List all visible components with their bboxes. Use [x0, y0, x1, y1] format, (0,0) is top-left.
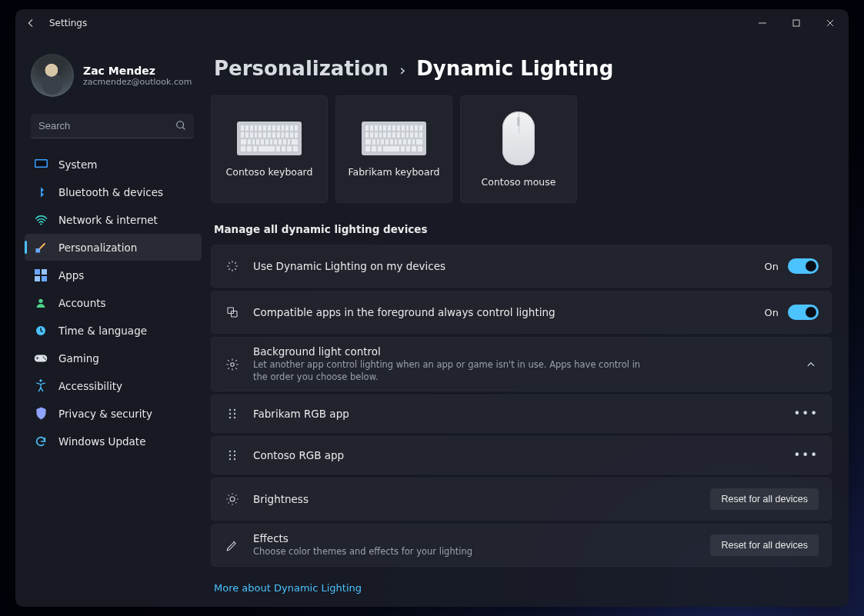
- settings-list: Use Dynamic Lighting on my devices On Co…: [211, 245, 841, 567]
- sidebar-item-gaming[interactable]: Gaming: [25, 345, 202, 371]
- user-name: Zac Mendez: [83, 65, 192, 77]
- toggle-state: On: [765, 261, 779, 272]
- more-icon[interactable]: •••: [793, 448, 819, 462]
- main-content: Personalization › Dynamic Lighting Conto…: [206, 37, 849, 607]
- svg-point-23: [229, 413, 231, 415]
- svg-point-17: [39, 379, 42, 381]
- row-effects[interactable]: Effects Choose color themes and effects …: [211, 524, 832, 567]
- sidebar-item-label: Windows Update: [58, 435, 145, 448]
- user-profile[interactable]: Zac Mendez zacmendez@outlook.com: [25, 43, 202, 109]
- section-title: Manage all dynamic lighting devices: [214, 223, 841, 235]
- more-about-link[interactable]: More about Dynamic Lighting: [214, 582, 362, 594]
- sidebar-item-accessibility[interactable]: Accessibility: [25, 372, 202, 399]
- brightness-icon: [224, 492, 241, 506]
- svg-point-27: [229, 451, 231, 452]
- svg-point-6: [40, 223, 42, 225]
- titlebar: Settings: [15, 9, 849, 37]
- wifi-icon: [34, 213, 48, 227]
- row-app-fabrikam[interactable]: Fabrikam RGB app •••: [211, 395, 832, 433]
- update-icon: [34, 435, 48, 448]
- svg-point-24: [234, 413, 235, 415]
- svg-point-28: [234, 451, 235, 452]
- sidebar-item-privacy-security[interactable]: Privacy & security: [25, 400, 202, 427]
- sidebar-item-personalization[interactable]: Personalization: [25, 234, 202, 261]
- mouse-icon: [502, 112, 535, 165]
- sidebar-item-label: Time & language: [58, 325, 147, 337]
- svg-point-25: [229, 417, 231, 418]
- nav-list: SystemBluetooth & devicesNetwork & inter…: [25, 151, 202, 455]
- svg-point-15: [43, 356, 45, 358]
- keyboard-icon: [362, 122, 426, 155]
- toggle-use-dl[interactable]: [788, 258, 819, 274]
- device-card-fabrikam-keyboard[interactable]: Fabrikam keyboard: [335, 95, 452, 203]
- breadcrumb-current: Dynamic Lighting: [416, 57, 613, 80]
- sidebar-item-time-language[interactable]: Time & language: [25, 317, 202, 344]
- app-title: Settings: [49, 18, 87, 28]
- sidebar-item-system[interactable]: System: [25, 151, 202, 178]
- minimize-button[interactable]: [746, 11, 779, 35]
- device-cards: Contoso keyboardFabrikam keyboardContoso…: [211, 95, 841, 203]
- toggle-compat[interactable]: [788, 305, 819, 320]
- svg-point-12: [38, 298, 42, 302]
- clock-icon: [34, 324, 48, 338]
- svg-rect-10: [35, 276, 40, 281]
- drag-handle-icon[interactable]: [224, 450, 241, 461]
- row-use-dynamic-lighting[interactable]: Use Dynamic Lighting on my devices On: [211, 245, 832, 288]
- drag-handle-icon[interactable]: [224, 408, 241, 419]
- sidebar-item-network-internet[interactable]: Network & internet: [25, 206, 202, 233]
- maximize-button[interactable]: [779, 11, 813, 35]
- toggle-state: On: [765, 307, 779, 318]
- search-input[interactable]: [31, 114, 194, 138]
- row-title: Background light control: [253, 345, 791, 358]
- svg-point-29: [229, 455, 231, 456]
- svg-point-21: [229, 409, 231, 411]
- device-card-contoso-keyboard[interactable]: Contoso keyboard: [211, 95, 328, 203]
- device-card-contoso-mouse[interactable]: Contoso mouse: [460, 95, 577, 203]
- svg-rect-9: [42, 269, 47, 275]
- sidebar-item-windows-update[interactable]: Windows Update: [25, 428, 202, 455]
- svg-rect-1: [793, 20, 799, 26]
- sidebar-item-accounts[interactable]: Accounts: [25, 289, 202, 316]
- close-button[interactable]: [813, 11, 847, 35]
- reset-brightness-button[interactable]: Reset for all devices: [710, 488, 819, 510]
- chevron-up-icon[interactable]: [803, 360, 819, 369]
- row-background-light-control[interactable]: Background light control Let another app…: [211, 337, 832, 391]
- svg-rect-5: [35, 161, 46, 167]
- svg-point-16: [45, 358, 46, 359]
- bluetooth-icon: [34, 185, 48, 199]
- pen-icon: [224, 538, 241, 552]
- row-desc: Choose color themes and effects for your…: [253, 546, 653, 558]
- row-title: Fabrikam RGB app: [253, 408, 781, 420]
- sidebar-item-label: Accessibility: [58, 380, 122, 392]
- row-title: Contoso RGB app: [253, 449, 781, 461]
- accessibility-icon: [34, 379, 48, 393]
- search-icon: [175, 120, 186, 131]
- svg-point-32: [234, 458, 235, 460]
- svg-point-30: [234, 455, 235, 456]
- row-compatible-apps[interactable]: Compatible apps in the foreground always…: [211, 291, 832, 334]
- back-button[interactable]: [23, 15, 38, 31]
- device-label: Fabrikam keyboard: [348, 166, 439, 178]
- sidebar-item-label: Network & internet: [58, 214, 158, 226]
- svg-rect-8: [35, 269, 40, 275]
- svg-rect-7: [35, 248, 40, 253]
- svg-point-33: [230, 497, 235, 501]
- sidebar-item-bluetooth-devices[interactable]: Bluetooth & devices: [25, 178, 202, 205]
- sidebar-item-label: Personalization: [58, 241, 137, 254]
- sidebar-item-label: System: [58, 158, 97, 171]
- reset-effects-button[interactable]: Reset for all devices: [710, 534, 819, 556]
- breadcrumb-parent[interactable]: Personalization: [214, 57, 389, 80]
- sidebar-item-label: Accounts: [58, 297, 106, 309]
- row-app-contoso[interactable]: Contoso RGB app •••: [211, 436, 832, 474]
- sidebar-item-label: Privacy & security: [58, 408, 152, 420]
- svg-point-31: [229, 458, 231, 460]
- breadcrumb: Personalization › Dynamic Lighting: [214, 57, 841, 80]
- row-brightness[interactable]: Brightness Reset for all devices: [211, 478, 832, 521]
- apps-foreground-icon: [224, 305, 241, 319]
- device-label: Contoso mouse: [482, 176, 556, 188]
- sidebar-item-apps[interactable]: Apps: [25, 261, 202, 288]
- svg-point-20: [231, 362, 235, 366]
- svg-point-26: [234, 417, 235, 418]
- settings-window: Settings Zac Mendez zacmendez@outlook.co…: [15, 9, 849, 607]
- more-icon[interactable]: •••: [793, 407, 819, 421]
